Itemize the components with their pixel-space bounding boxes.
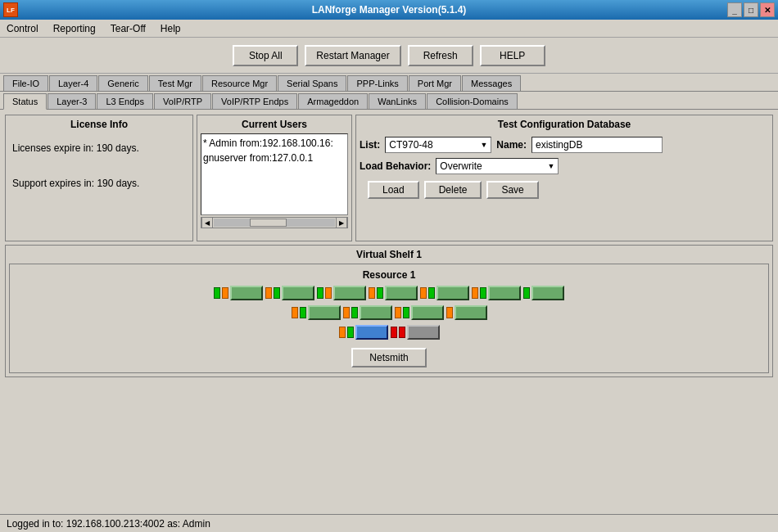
load-behavior-dropdown[interactable]: Overwrite ▼ — [436, 158, 559, 174]
users-title: Current Users — [201, 119, 348, 130]
port-btn-2-1[interactable] — [308, 305, 341, 320]
port-row-1 — [214, 286, 564, 300]
led-12-2 — [347, 327, 354, 338]
led-5-2 — [428, 287, 435, 299]
minimize-button[interactable]: _ — [727, 2, 742, 17]
config-buttons: Load Delete Save — [360, 181, 769, 199]
tab-layer3[interactable]: Layer-3 — [47, 93, 96, 109]
tab-armageddon[interactable]: Armageddon — [298, 93, 368, 109]
tab-ppp-links[interactable]: PPP-Links — [347, 75, 407, 91]
led-2-2 — [274, 287, 280, 299]
tab-test-mgr[interactable]: Test Mgr — [149, 75, 201, 91]
port-btn-1-1[interactable] — [230, 286, 263, 300]
load-button[interactable]: Load — [368, 181, 419, 199]
port-btn-1-4[interactable] — [385, 286, 418, 300]
netsmith-button[interactable]: Netsmith — [351, 348, 426, 367]
led-13-2 — [399, 327, 405, 338]
tab-layer4[interactable]: Layer-4 — [49, 75, 97, 91]
window-controls[interactable]: _ □ ✕ — [727, 2, 775, 17]
port-btn-2-3[interactable] — [411, 305, 444, 320]
led-9-2 — [351, 307, 358, 318]
list-dropdown-arrow: ▼ — [480, 141, 487, 149]
menu-bar: Control Reporting Tear-Off Help — [0, 20, 778, 38]
menu-reporting[interactable]: Reporting — [50, 22, 99, 35]
port-row-2 — [292, 305, 487, 320]
virtual-shelf-title: Virtual Shelf 1 — [9, 249, 769, 260]
tab-l3-endps[interactable]: L3 Endps — [97, 93, 152, 109]
tab-resource-mgr[interactable]: Resource Mgr — [202, 75, 277, 91]
port-btn-1-6[interactable] — [488, 286, 521, 300]
port-btn-2-2[interactable] — [360, 305, 392, 320]
list-dropdown[interactable]: CT970-48 ▼ — [385, 137, 491, 153]
scroll-left-arrow[interactable]: ◀ — [201, 217, 213, 228]
tab-generic[interactable]: Generic — [98, 75, 148, 91]
panels-row: License Info Licenses expire in: 190 day… — [5, 115, 773, 241]
port-btn-2-4[interactable] — [455, 305, 487, 320]
app-logo-icon: LF — [3, 2, 18, 17]
load-behavior-arrow: ▼ — [547, 162, 554, 170]
led-5-1 — [420, 287, 427, 299]
port-btn-1-2[interactable] — [282, 286, 314, 300]
led-8-1 — [292, 307, 298, 318]
port-group-13 — [391, 325, 440, 340]
license-title: License Info — [9, 119, 189, 130]
list-value: CT970-48 — [389, 139, 432, 151]
help-button[interactable]: HELP — [480, 45, 545, 66]
tab-wanlinks[interactable]: WanLinks — [369, 93, 426, 109]
tab-collision-domains[interactable]: Collision-Domains — [427, 93, 518, 109]
led-11-1 — [446, 307, 453, 318]
refresh-button[interactable]: Refresh — [408, 45, 473, 66]
port-group-11 — [446, 305, 487, 320]
menu-control[interactable]: Control — [3, 22, 42, 35]
users-text-area[interactable]: * Admin from:192.168.100.16: gnuserver f… — [201, 133, 348, 215]
virtual-shelf: Virtual Shelf 1 Resource 1 — [5, 245, 773, 377]
port-btn-3-2[interactable] — [407, 325, 440, 340]
stop-all-button[interactable]: Stop All — [233, 45, 298, 66]
port-btn-1-7[interactable] — [531, 286, 564, 300]
port-btn-3-1[interactable] — [355, 325, 388, 340]
tab-row-2: Status Layer-3 L3 Endps VoIP/RTP VoIP/RT… — [0, 92, 778, 110]
list-row: List: CT970-48 ▼ Name: — [360, 137, 769, 153]
tab-voip-rtp-endps[interactable]: VoIP/RTP Endps — [212, 93, 297, 109]
close-button[interactable]: ✕ — [760, 2, 775, 17]
port-btn-1-3[interactable] — [333, 286, 366, 300]
load-behavior-label: Load Behavior: — [360, 160, 431, 172]
led-1-1 — [214, 287, 220, 299]
main-content: License Info Licenses expire in: 190 day… — [0, 110, 778, 382]
port-group-10 — [395, 305, 444, 320]
delete-button[interactable]: Delete — [424, 181, 482, 199]
resource-title: Resource 1 — [363, 269, 416, 281]
menu-help[interactable]: Help — [157, 22, 184, 35]
tab-messages[interactable]: Messages — [462, 75, 521, 91]
scroll-right-arrow[interactable]: ▶ — [336, 217, 347, 228]
load-behavior-row: Load Behavior: Overwrite ▼ — [360, 158, 769, 174]
led-9-1 — [343, 307, 350, 318]
led-10-2 — [403, 307, 409, 318]
maximize-button[interactable]: □ — [744, 2, 758, 17]
title-bar: LF LANforge Manager Version(5.1.4) _ □ ✕ — [0, 0, 778, 20]
restart-manager-button[interactable]: Restart Manager — [305, 45, 400, 66]
test-config-panel: Test Configuration Database List: CT970-… — [355, 115, 773, 241]
scroll-track[interactable] — [214, 219, 335, 227]
tab-serial-spans[interactable]: Serial Spans — [278, 75, 346, 91]
led-3-2 — [325, 287, 332, 299]
save-button[interactable]: Save — [486, 181, 538, 199]
tab-file-io[interactable]: File-IO — [3, 75, 48, 91]
tab-port-mgr[interactable]: Port Mgr — [409, 75, 461, 91]
tab-voip-rtp[interactable]: VoIP/RTP — [154, 93, 211, 109]
tab-status[interactable]: Status — [3, 93, 47, 110]
port-group-7 — [523, 286, 564, 300]
users-scrollbar[interactable]: ◀ ▶ — [201, 217, 348, 228]
led-12-1 — [339, 327, 346, 338]
port-group-1 — [214, 286, 263, 300]
port-btn-1-5[interactable] — [436, 286, 469, 300]
scroll-thumb[interactable] — [250, 219, 286, 227]
name-label: Name: — [496, 139, 527, 151]
led-6-1 — [472, 287, 478, 299]
license-panel: License Info Licenses expire in: 190 day… — [5, 115, 193, 241]
users-line2: gnuserver from:127.0.0.1 — [203, 151, 346, 165]
status-text: Logged in to: 192.168.100.213:4002 as: A… — [7, 518, 210, 530]
menu-tearoff[interactable]: Tear-Off — [107, 22, 149, 35]
license-line1: Licenses expire in: 190 days. — [12, 140, 186, 158]
name-input[interactable] — [531, 137, 663, 153]
